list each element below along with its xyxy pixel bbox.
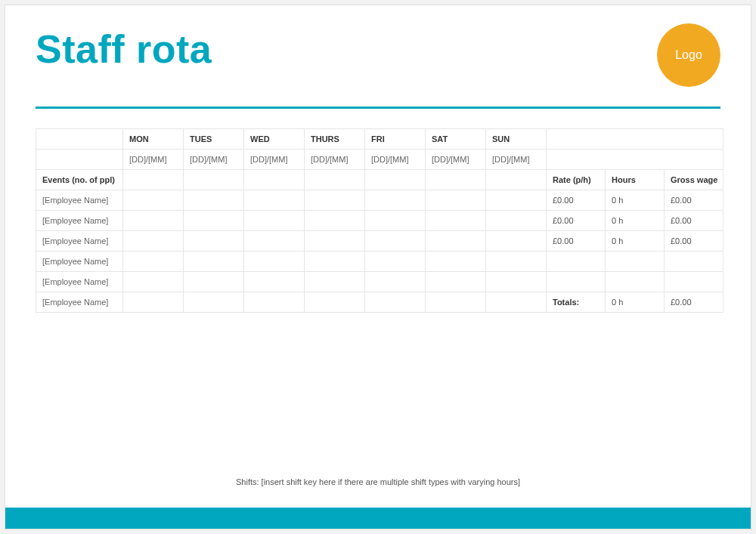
shift-cell bbox=[305, 292, 365, 313]
shift-cell bbox=[305, 272, 365, 292]
shift-cell bbox=[365, 252, 426, 272]
totals-label: Totals: bbox=[547, 292, 606, 313]
bottom-accent-bar bbox=[5, 508, 751, 529]
shift-cell bbox=[184, 252, 244, 272]
table-row: [Employee Name] Totals: 0 h £0.00 bbox=[36, 292, 723, 313]
gross-cell: £0.00 bbox=[665, 190, 723, 211]
rota-table-wrap: MON TUES WED THURS FRI SAT SUN [DD]/[MM]… bbox=[36, 128, 720, 313]
shift-cell bbox=[244, 292, 305, 313]
events-fri bbox=[365, 170, 426, 190]
shift-cell bbox=[486, 211, 547, 231]
date-wed: [DD]/[MM] bbox=[244, 150, 305, 170]
head-blank-right bbox=[547, 129, 723, 150]
shift-cell bbox=[244, 252, 305, 272]
events-header-row: Events (no. of ppl) Rate (p/h) Hours Gro… bbox=[36, 170, 723, 190]
shift-cell bbox=[184, 211, 244, 231]
shift-cell bbox=[123, 252, 184, 272]
gross-cell bbox=[665, 252, 723, 272]
shift-cell bbox=[305, 190, 365, 211]
shift-cell bbox=[426, 211, 486, 231]
events-wed bbox=[244, 170, 305, 190]
shift-cell bbox=[184, 292, 244, 313]
shift-cell bbox=[123, 211, 184, 231]
date-thurs: [DD]/[MM] bbox=[305, 150, 365, 170]
date-mon: [DD]/[MM] bbox=[123, 150, 184, 170]
shift-cell bbox=[365, 211, 426, 231]
shift-cell bbox=[123, 272, 184, 292]
date-blank-right bbox=[547, 150, 723, 170]
rota-table: MON TUES WED THURS FRI SAT SUN [DD]/[MM]… bbox=[36, 128, 723, 313]
table-row: [Employee Name] £0.00 0 h £0.00 bbox=[36, 190, 723, 211]
shift-cell bbox=[244, 231, 305, 252]
divider-rule bbox=[36, 106, 720, 109]
day-sun: SUN bbox=[486, 129, 547, 150]
date-fri: [DD]/[MM] bbox=[365, 150, 426, 170]
shift-cell bbox=[184, 272, 244, 292]
shift-cell bbox=[305, 211, 365, 231]
totals-hours: 0 h bbox=[606, 292, 665, 313]
date-sat: [DD]/[MM] bbox=[426, 150, 486, 170]
gross-cell bbox=[665, 272, 723, 292]
shift-cell bbox=[486, 292, 547, 313]
shift-cell bbox=[486, 231, 547, 252]
shift-cell bbox=[365, 272, 426, 292]
employee-name: [Employee Name] bbox=[36, 211, 123, 231]
hours-cell: 0 h bbox=[606, 231, 665, 252]
hours-cell bbox=[606, 252, 665, 272]
gross-cell: £0.00 bbox=[665, 211, 723, 231]
date-tues: [DD]/[MM] bbox=[184, 150, 244, 170]
shift-cell bbox=[426, 272, 486, 292]
date-sun: [DD]/[MM] bbox=[486, 150, 547, 170]
events-tues bbox=[184, 170, 244, 190]
day-sat: SAT bbox=[426, 129, 486, 150]
events-thurs bbox=[305, 170, 365, 190]
document-page: Staff rota Logo MON TUES WED THURS FRI bbox=[5, 5, 751, 529]
shift-cell bbox=[244, 211, 305, 231]
rate-cell bbox=[547, 252, 606, 272]
corner-blank bbox=[36, 129, 123, 150]
day-thurs: THURS bbox=[305, 129, 365, 150]
employee-name: [Employee Name] bbox=[36, 272, 123, 292]
day-tues: TUES bbox=[184, 129, 244, 150]
day-label-row: MON TUES WED THURS FRI SAT SUN bbox=[36, 129, 723, 150]
shift-cell bbox=[426, 190, 486, 211]
logo-placeholder: Logo bbox=[657, 23, 720, 87]
table-body: [Employee Name] £0.00 0 h £0.00 [Employe… bbox=[36, 190, 723, 313]
shift-cell bbox=[365, 231, 426, 252]
events-header: Events (no. of ppl) bbox=[36, 170, 123, 190]
table-row: [Employee Name] bbox=[36, 272, 723, 292]
shift-cell bbox=[426, 292, 486, 313]
shift-cell bbox=[365, 292, 426, 313]
hours-cell: 0 h bbox=[606, 211, 665, 231]
shift-cell bbox=[123, 292, 184, 313]
shift-cell bbox=[486, 272, 547, 292]
table-row: [Employee Name] £0.00 0 h £0.00 bbox=[36, 211, 723, 231]
gross-header: Gross wage bbox=[665, 170, 723, 190]
employee-name: [Employee Name] bbox=[36, 231, 123, 252]
shift-cell bbox=[426, 252, 486, 272]
shift-cell bbox=[244, 272, 305, 292]
hours-cell: 0 h bbox=[606, 190, 665, 211]
date-blank bbox=[36, 150, 123, 170]
events-mon bbox=[123, 170, 184, 190]
table-row: [Employee Name] £0.00 0 h £0.00 bbox=[36, 231, 723, 252]
shift-cell bbox=[486, 252, 547, 272]
shift-cell bbox=[426, 231, 486, 252]
day-fri: FRI bbox=[365, 129, 426, 150]
employee-name: [Employee Name] bbox=[36, 292, 123, 313]
shift-cell bbox=[123, 231, 184, 252]
shift-cell bbox=[123, 190, 184, 211]
shift-cell bbox=[305, 252, 365, 272]
header: Staff rota Logo bbox=[5, 5, 751, 72]
events-sat bbox=[426, 170, 486, 190]
shift-cell bbox=[244, 190, 305, 211]
shift-cell bbox=[184, 190, 244, 211]
hours-header: Hours bbox=[606, 170, 665, 190]
events-sun bbox=[486, 170, 547, 190]
day-mon: MON bbox=[123, 129, 184, 150]
gross-cell: £0.00 bbox=[665, 231, 723, 252]
hours-cell bbox=[606, 272, 665, 292]
day-wed: WED bbox=[244, 129, 305, 150]
table-head: MON TUES WED THURS FRI SAT SUN [DD]/[MM]… bbox=[36, 129, 723, 190]
shift-cell bbox=[486, 190, 547, 211]
